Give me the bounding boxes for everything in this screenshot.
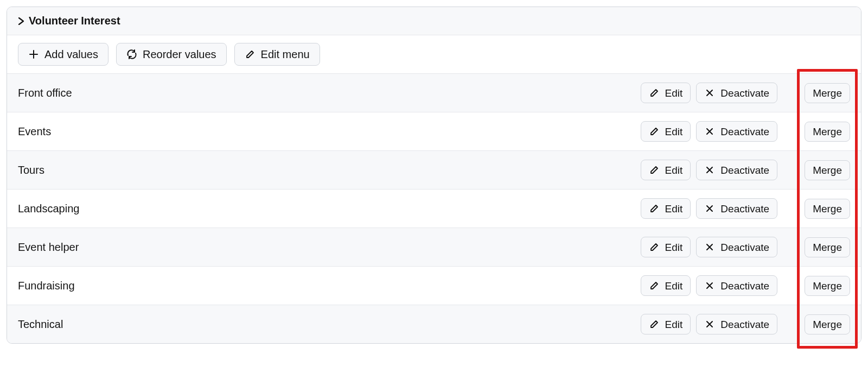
item-label: Front office	[18, 87, 72, 99]
deactivate-button-label: Deactivate	[720, 204, 769, 214]
list-item: Fundraising Edit Deactivate Merge	[7, 266, 861, 305]
pencil-icon	[649, 165, 660, 175]
close-icon	[704, 280, 715, 291]
merge-button[interactable]: Merge	[805, 122, 850, 142]
merge-button-label: Merge	[813, 319, 842, 330]
item-actions: Edit Deactivate Merge	[641, 275, 850, 296]
add-values-label: Add values	[44, 49, 98, 60]
item-label: Events	[18, 125, 51, 138]
deactivate-button-label: Deactivate	[720, 319, 769, 330]
panel-header[interactable]: Volunteer Interest	[7, 7, 861, 35]
deactivate-button[interactable]: Deactivate	[696, 160, 777, 180]
list-item: Technical Edit Deactivate Merge	[7, 305, 861, 343]
close-icon	[704, 203, 715, 214]
merge-button[interactable]: Merge	[805, 83, 850, 103]
deactivate-button[interactable]: Deactivate	[696, 198, 777, 219]
list-item: Event helper Edit Deactivate Merge	[7, 228, 861, 266]
reorder-values-button[interactable]: Reorder values	[116, 43, 227, 66]
edit-button[interactable]: Edit	[641, 237, 691, 257]
deactivate-button-label: Deactivate	[720, 127, 769, 137]
add-values-button[interactable]: Add values	[18, 43, 108, 66]
deactivate-button[interactable]: Deactivate	[696, 314, 777, 334]
deactivate-button-label: Deactivate	[720, 281, 769, 291]
pencil-icon	[649, 87, 660, 98]
merge-button-label: Merge	[813, 204, 842, 214]
close-icon	[704, 319, 715, 330]
item-actions: Edit Deactivate Merge	[641, 160, 850, 180]
list-item: Landscaping Edit Deactivate Merge	[7, 189, 861, 228]
deactivate-button-label: Deactivate	[720, 242, 769, 253]
pencil-icon	[649, 280, 660, 291]
pencil-icon	[649, 126, 660, 137]
toolbar: Add values Reorder values Edit menu	[7, 35, 861, 73]
item-actions: Edit Deactivate Merge	[641, 237, 850, 257]
panel-title: Volunteer Interest	[29, 15, 120, 27]
edit-button[interactable]: Edit	[641, 198, 691, 219]
item-actions: Edit Deactivate Merge	[641, 83, 850, 103]
reorder-values-label: Reorder values	[143, 49, 216, 60]
item-label: Event helper	[18, 241, 79, 254]
item-actions: Edit Deactivate Merge	[641, 198, 850, 219]
edit-button[interactable]: Edit	[641, 314, 691, 334]
merge-button-label: Merge	[813, 88, 842, 98]
merge-button[interactable]: Merge	[805, 199, 850, 219]
edit-menu-button[interactable]: Edit menu	[234, 43, 320, 66]
item-label: Technical	[18, 318, 63, 331]
merge-button-label: Merge	[813, 127, 842, 137]
deactivate-button[interactable]: Deactivate	[696, 121, 777, 142]
close-icon	[704, 165, 715, 175]
deactivate-button[interactable]: Deactivate	[696, 237, 777, 257]
close-icon	[704, 242, 715, 253]
merge-button-label: Merge	[813, 281, 842, 291]
edit-button-label: Edit	[665, 242, 683, 253]
edit-button-label: Edit	[665, 319, 683, 330]
values-list: Front office Edit Deactivate Merge Event…	[7, 73, 861, 343]
list-item: Tours Edit Deactivate Merge	[7, 150, 861, 189]
chevron-right-icon	[18, 17, 25, 25]
merge-button[interactable]: Merge	[805, 276, 850, 296]
item-label: Fundraising	[18, 280, 75, 292]
edit-button[interactable]: Edit	[641, 121, 691, 142]
merge-button[interactable]: Merge	[805, 314, 850, 334]
edit-button[interactable]: Edit	[641, 275, 691, 296]
close-icon	[704, 87, 715, 98]
values-panel: Volunteer Interest Add values R	[7, 7, 861, 344]
edit-menu-label: Edit menu	[261, 49, 310, 60]
merge-button-label: Merge	[813, 242, 842, 253]
merge-button[interactable]: Merge	[805, 160, 850, 180]
deactivate-button-label: Deactivate	[720, 165, 769, 175]
item-label: Tours	[18, 164, 44, 176]
plus-icon	[28, 49, 39, 60]
pencil-icon	[649, 203, 660, 214]
list-item: Front office Edit Deactivate Merge	[7, 73, 861, 112]
edit-button-label: Edit	[665, 204, 683, 214]
deactivate-button[interactable]: Deactivate	[696, 83, 777, 103]
edit-button[interactable]: Edit	[641, 160, 691, 180]
edit-button-label: Edit	[665, 127, 683, 137]
pencil-icon	[245, 49, 256, 60]
edit-button-label: Edit	[665, 165, 683, 175]
item-actions: Edit Deactivate Merge	[641, 314, 850, 334]
merge-button[interactable]: Merge	[805, 237, 850, 257]
edit-button[interactable]: Edit	[641, 83, 691, 103]
deactivate-button[interactable]: Deactivate	[696, 275, 777, 296]
pencil-icon	[649, 319, 660, 330]
item-label: Landscaping	[18, 203, 79, 215]
merge-button-label: Merge	[813, 165, 842, 175]
close-icon	[704, 126, 715, 137]
item-actions: Edit Deactivate Merge	[641, 121, 850, 142]
reorder-icon	[126, 49, 137, 60]
deactivate-button-label: Deactivate	[720, 88, 769, 98]
pencil-icon	[649, 242, 660, 253]
edit-button-label: Edit	[665, 88, 683, 98]
edit-button-label: Edit	[665, 281, 683, 291]
list-item: Events Edit Deactivate Merge	[7, 112, 861, 150]
